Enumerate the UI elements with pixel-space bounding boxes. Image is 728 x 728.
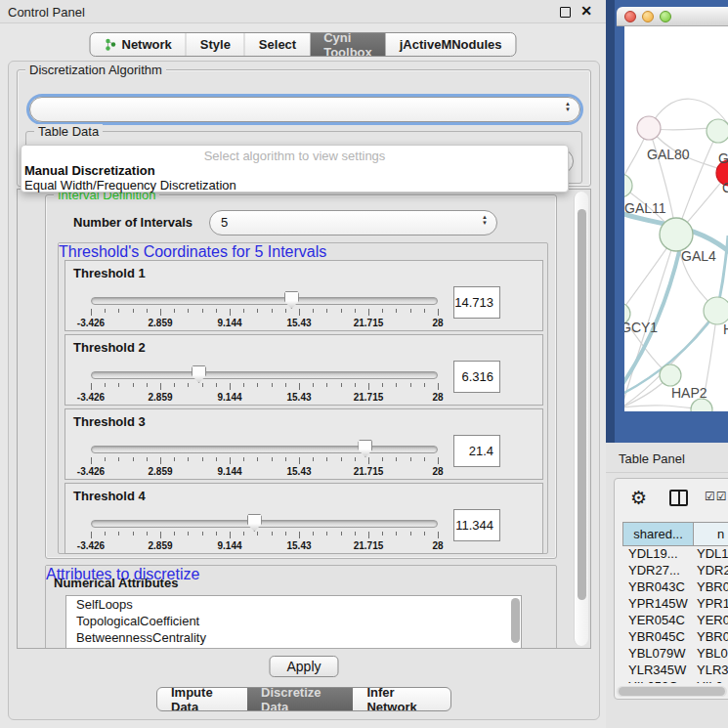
node-label: GAL4: [681, 248, 716, 264]
threshold-value-field[interactable]: 14.713: [453, 286, 500, 319]
list-item[interactable]: TopologicalCoefficient: [66, 613, 521, 629]
slider-tick: [355, 309, 356, 313]
slider-tick: [341, 383, 342, 387]
threshold-value-field[interactable]: 21.4: [453, 435, 500, 467]
combo-spinner-icon[interactable]: ▲▼: [482, 214, 488, 226]
slider-track[interactable]: [91, 297, 438, 305]
scrollbar-thumb[interactable]: [578, 209, 586, 600]
dropdown-option-manual[interactable]: Manual Discretization: [24, 163, 155, 178]
slider-track[interactable]: [91, 446, 438, 453]
float-window-icon[interactable]: [560, 7, 571, 18]
slider-tick: [216, 309, 217, 313]
threshold-1-slider[interactable]: -3.4262.8599.14415.4321.71528: [91, 294, 438, 331]
slider-tick: [285, 457, 286, 461]
node-top-right[interactable]: [707, 119, 728, 143]
table-row[interactable]: YBL079WYBL0: [622, 646, 728, 663]
table-row[interactable]: YDR27...YDR2: [622, 563, 728, 579]
node-right-h[interactable]: [704, 297, 728, 324]
zoom-traffic-light-icon[interactable]: [660, 11, 671, 22]
node-gal4[interactable]: [660, 218, 693, 251]
combo-spinner-icon[interactable]: ▲▼: [565, 101, 571, 112]
slider-scale-label: 21.715: [354, 540, 384, 551]
table-row[interactable]: YBR045CYBR0: [622, 629, 728, 646]
tab-infer-network[interactable]: Infer Network: [353, 688, 450, 710]
slider-tick: [396, 309, 397, 313]
table-row[interactable]: YER054CYER0: [622, 613, 728, 629]
numerical-attributes-label: Numerical Attributes: [54, 576, 178, 590]
attributes-group: Attributes to discretize Numerical Attri…: [45, 565, 557, 649]
table-horizontal-scrollbar[interactable]: [617, 686, 727, 697]
threshold-2-slider[interactable]: -3.4262.8599.14415.4321.71528: [91, 368, 438, 406]
slider-tick: [243, 383, 244, 387]
slider-tick: [257, 457, 258, 461]
panel-title: Control Panel: [8, 5, 85, 20]
threshold-3-slider[interactable]: -3.4262.8599.14415.4321.71528: [91, 443, 438, 480]
tab-select[interactable]: Select: [244, 33, 310, 56]
tab-network[interactable]: Network: [90, 33, 185, 56]
slider-thumb[interactable]: [247, 514, 262, 532]
table-row[interactable]: YLR345WYLR3: [622, 663, 728, 679]
list-item[interactable]: SelfLoops: [66, 596, 521, 613]
slider-tick: [410, 532, 411, 535]
close-traffic-light-icon[interactable]: [624, 11, 636, 22]
threshold-value-field[interactable]: 6.316: [453, 361, 500, 393]
slider-tick: [299, 532, 300, 538]
slider-tick: [133, 383, 134, 387]
slider-tick: [91, 383, 92, 390]
slider-tick: [382, 383, 383, 387]
slider-tick: [118, 532, 119, 535]
slider-scale: -3.4262.8599.14415.4321.71528: [91, 318, 438, 329]
slider-scale-label: 15.43: [286, 540, 311, 551]
tab-cyni-toolbox[interactable]: Cyni Toolbox: [310, 33, 386, 56]
slider-scale-label: -3.426: [77, 540, 105, 551]
tab-jactivemnodules[interactable]: jActiveMNodules: [386, 33, 516, 56]
slider-tick: [368, 383, 369, 390]
numerical-attributes-list[interactable]: SelfLoops TopologicalCoefficient Between…: [65, 595, 522, 649]
slider-thumb[interactable]: [358, 440, 372, 457]
close-icon[interactable]: ✕: [580, 3, 592, 19]
list-scrollbar[interactable]: [511, 598, 520, 643]
slider-track[interactable]: [91, 371, 438, 379]
slider-track[interactable]: [91, 520, 438, 528]
tab-style[interactable]: Style: [186, 33, 244, 56]
minimize-traffic-light-icon[interactable]: [642, 11, 654, 22]
tab-discretize-data[interactable]: Discretize Data: [247, 688, 353, 710]
scrollbar-thumb[interactable]: [619, 687, 725, 696]
tab-impute-data[interactable]: Impute Data: [157, 688, 247, 710]
table-row[interactable]: YBR043CYBR0: [622, 579, 728, 596]
table-row[interactable]: YPR145WYPR1: [622, 596, 728, 613]
dropdown-placeholder-item[interactable]: Select algorithm to view settings: [21, 149, 568, 163]
list-item[interactable]: BetweennessCentrality: [66, 629, 521, 646]
gear-icon[interactable]: ⚙: [630, 487, 647, 509]
slider-thumb[interactable]: [284, 291, 299, 309]
slider-tick: [188, 457, 189, 461]
node-hap2[interactable]: [660, 364, 681, 386]
table-header-row: shared... n: [622, 522, 728, 546]
num-intervals-combobox[interactable]: 5 ▲▼: [209, 210, 497, 236]
tab-label: Style: [200, 37, 231, 52]
dropdown-option-equal-width[interactable]: Equal Width/Frequency Discretization: [24, 178, 236, 193]
panel-scrollbar[interactable]: [574, 192, 588, 646]
split-columns-icon[interactable]: [669, 490, 688, 506]
slider-scale-label: 15.43: [286, 392, 311, 403]
threshold-value-field[interactable]: 11.344: [453, 509, 500, 541]
slider-thumb[interactable]: [192, 365, 206, 383]
slider-tick: [243, 309, 244, 313]
slider-tick: [396, 532, 397, 535]
checkbox-columns-icon[interactable]: ☑☑: [705, 490, 728, 503]
tab-label: Infer Network: [366, 687, 437, 711]
control-panel: Control Panel ✕ Network Style Select Cyn…: [0, 0, 606, 728]
network-canvas[interactable]: GAL80 GA GAL11 C GAL4 GCY1 H HAP2: [624, 26, 728, 411]
apply-button[interactable]: Apply: [269, 656, 338, 677]
slider-scale-label: 21.715: [354, 466, 384, 477]
column-header-shared[interactable]: shared...: [623, 523, 694, 545]
table-row[interactable]: YDL19...YDL1: [622, 546, 728, 563]
table-row[interactable]: YIL052CYIL0: [622, 679, 728, 683]
node-gal80[interactable]: [637, 116, 661, 140]
thresholds-group: Threshold's Coordinates for 5 Intervals …: [58, 242, 548, 554]
window-frame-edge: [606, 0, 615, 443]
algorithm-combobox[interactable]: ▲▼: [29, 97, 580, 122]
threshold-4-slider[interactable]: -3.4262.8599.14415.4321.71528: [91, 517, 438, 554]
settings-scroll-panel: Interval Definition Number of Intervals …: [17, 189, 591, 649]
column-header-name[interactable]: n: [694, 523, 728, 545]
